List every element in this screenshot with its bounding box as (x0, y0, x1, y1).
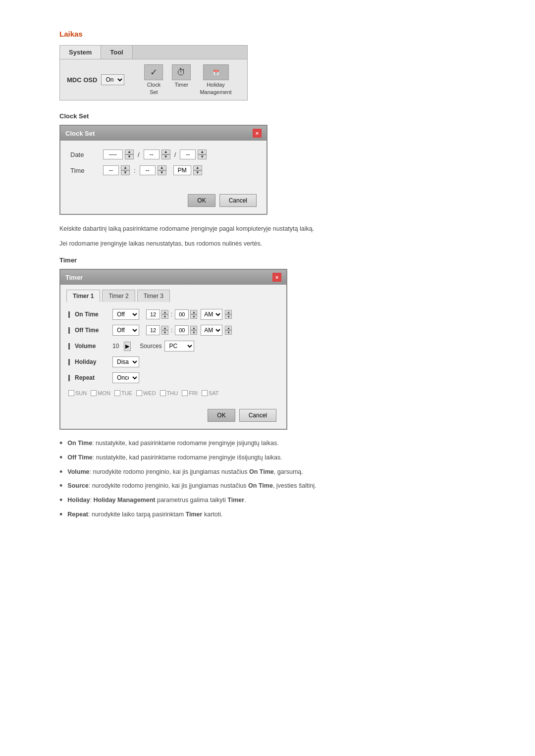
date-input-1[interactable] (103, 150, 123, 159)
mdc-body: MDC OSD On Off ✓ Clock Set ⏱ Timer 📅 Hol… (60, 59, 247, 100)
bullet-off-time-text: Off Time: nustatykite, kad pasirinktame … (67, 453, 282, 462)
date-spin-3[interactable]: ▲ ▼ (198, 150, 207, 159)
mdc-osd-row: MDC OSD On Off (67, 74, 124, 85)
off-time-select[interactable]: Off On (112, 325, 139, 336)
time-spinner-1: ▲ ▼ (103, 165, 130, 175)
day-sun-label: SUN (75, 390, 87, 396)
day-fri[interactable]: FRI (182, 390, 198, 396)
day-sun[interactable]: SUN (68, 390, 87, 396)
bullet-on-time-text: On Time: nustatykite, kad pasirinktame r… (67, 439, 278, 448)
date-input-2[interactable] (144, 150, 160, 159)
mdc-tab-system[interactable]: System (60, 46, 101, 59)
timer-dialog-titlebar: Timer × (60, 270, 286, 285)
day-sat-label: SAT (209, 390, 219, 396)
bullet-dot-6: • (59, 510, 62, 519)
timer-dialog-footer: OK Cancel (60, 405, 286, 429)
time-row: Time ▲ ▼ : ▲ ▼ ▲ ▼ (70, 165, 257, 175)
clock-icon: ✓ (144, 64, 163, 80)
clock-cancel-button[interactable]: Cancel (219, 194, 257, 207)
on-hour-spin[interactable]: ▲ ▼ (161, 310, 168, 319)
timer-subtitle: Timer (59, 256, 476, 264)
day-tue[interactable]: TUE (114, 390, 132, 396)
sources-label: Sources (140, 343, 161, 350)
bullet-dot-4: • (59, 481, 62, 490)
timer-dialog-close[interactable]: × (272, 273, 281, 282)
repeat-bar (68, 375, 70, 381)
day-thu[interactable]: THU (160, 390, 178, 396)
date-spin-2[interactable]: ▲ ▼ (161, 150, 170, 159)
time-spin-2[interactable]: ▲ ▼ (158, 165, 166, 175)
timer-tab-1[interactable]: Timer 1 (66, 290, 100, 302)
bullet-dot-5: • (59, 496, 62, 504)
desc-text-2: Jei rodomame įrenginyje laikas nenustaty… (59, 239, 476, 249)
date-sep-2: / (174, 151, 176, 158)
on-ampm-spin[interactable]: ▲ ▼ (225, 310, 232, 319)
on-min-input[interactable] (175, 309, 189, 319)
volume-label: Volume (75, 343, 109, 350)
date-input-3[interactable] (180, 150, 196, 159)
sources-select[interactable]: PC HDMI (164, 341, 194, 352)
holiday-label: Holiday (75, 358, 109, 365)
on-min-spin[interactable]: ▲ ▼ (190, 310, 197, 319)
section-title-laikas: Laikas (59, 30, 476, 38)
clock-dialog-close[interactable]: × (253, 129, 262, 138)
volume-arrow-btn[interactable]: ▶ (124, 342, 131, 351)
clock-label2: Set (150, 89, 158, 95)
mdc-tab-tool[interactable]: Tool (101, 46, 132, 59)
bullet-volume-text: Volume: nurodykite rodomo įrenginio, kai… (67, 467, 303, 477)
time-spin-1[interactable]: ▲ ▼ (121, 165, 130, 175)
off-hour-input[interactable] (146, 325, 160, 335)
bullet-list: • On Time: nustatykite, kad pasirinktame… (59, 439, 476, 519)
day-mon-label: MON (98, 390, 110, 396)
off-time-bar (68, 327, 70, 334)
timer-tab-3[interactable]: Timer 3 (137, 290, 170, 302)
clock-set-icon-item[interactable]: ✓ Clock Set (144, 64, 163, 95)
holiday-icon-item[interactable]: 📅 Holiday Management (200, 64, 231, 95)
day-fri-label: FRI (189, 390, 198, 396)
timer-cancel-button[interactable]: Cancel (239, 409, 276, 422)
desc-text-1: Keiskite dabartinį laiką pasirinktame ro… (59, 224, 476, 234)
holiday-icon: 📅 (203, 64, 229, 80)
off-min-spin[interactable]: ▲ ▼ (190, 326, 197, 335)
off-time-row: Off Time Off On ▲ ▼ : ▲ ▼ AM PM (68, 325, 278, 336)
clock-dialog: Clock Set × Date ▲ ▼ / ▲ ▼ / (59, 125, 268, 215)
bullet-source: • Source: nurodykite rodomo įrenginio, k… (59, 481, 476, 491)
time-ampm-spin[interactable]: ▲ ▼ (193, 165, 202, 175)
bullet-repeat: • Repeat: nurodykite laiko tarpą pasirin… (59, 510, 476, 519)
time-input-2[interactable] (140, 165, 156, 175)
timer-dialog-title: Timer (65, 274, 83, 281)
timer-icon: ⏱ (172, 64, 191, 80)
off-min-input[interactable] (175, 325, 189, 335)
timer-icon-item[interactable]: ⏱ Timer (172, 64, 191, 95)
day-tue-label: TUE (121, 390, 132, 396)
holiday-row: Holiday Disable Enable (68, 356, 278, 367)
clock-dialog-footer: OK Cancel (60, 190, 267, 214)
mdc-osd-select[interactable]: On Off (101, 74, 124, 85)
bullet-on-time: • On Time: nustatykite, kad pasirinktame… (59, 439, 476, 448)
bullet-source-text: Source: nurodykite rodomo įrenginio, kai… (67, 481, 316, 491)
off-ampm-spin[interactable]: ▲ ▼ (225, 326, 232, 335)
day-wed[interactable]: WED (136, 390, 156, 396)
off-time-spinners: ▲ ▼ : ▲ ▼ AM PM ▲ ▼ (146, 325, 232, 336)
repeat-select[interactable]: Once Daily Weekly (112, 372, 139, 383)
time-input-1[interactable] (103, 165, 119, 175)
day-sat[interactable]: SAT (202, 390, 219, 396)
on-time-select[interactable]: Off On (112, 309, 139, 320)
time-ampm-input[interactable] (173, 165, 191, 175)
volume-bar (68, 343, 70, 350)
day-mon[interactable]: MON (91, 390, 110, 396)
repeat-label: Repeat (75, 374, 109, 381)
off-hour-spin[interactable]: ▲ ▼ (161, 326, 168, 335)
timer-tab-2[interactable]: Timer 2 (102, 290, 135, 302)
off-time-colon: : (171, 327, 172, 334)
holiday-select[interactable]: Disable Enable (112, 356, 139, 367)
on-time-label: On Time (75, 311, 109, 318)
volume-value: 10 (112, 343, 119, 350)
date-spin-1[interactable]: ▲ ▼ (125, 150, 134, 159)
timer-ok-button[interactable]: OK (208, 409, 235, 422)
on-ampm-select[interactable]: AM PM (201, 309, 222, 320)
off-ampm-select[interactable]: AM PM (201, 325, 222, 336)
clock-ok-button[interactable]: OK (188, 194, 215, 207)
timer-tab-bar: Timer 1 Timer 2 Timer 3 (60, 285, 286, 302)
on-hour-input[interactable] (146, 309, 160, 319)
